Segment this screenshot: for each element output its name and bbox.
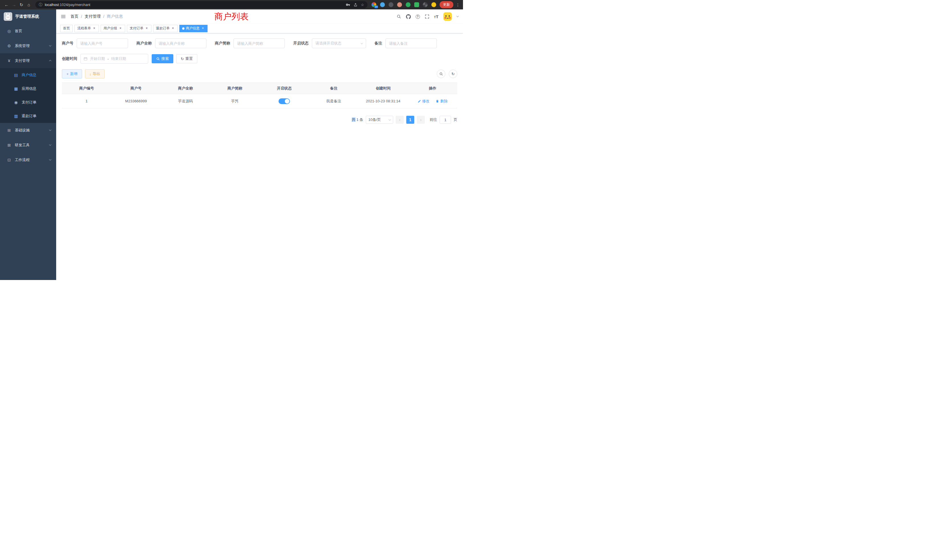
prev-page-button[interactable]: ‹ [396, 116, 404, 124]
delete-link[interactable]: 删除 [436, 98, 448, 104]
browser-reload-button[interactable]: ↻ [18, 2, 25, 8]
sidebar-item-merchant-info[interactable]: ▤ 商户信息 [0, 68, 56, 82]
short-name-input[interactable] [233, 38, 285, 48]
refresh-icon: ↻ [181, 57, 184, 61]
tab-merchant-info[interactable]: 商户信息 × [179, 25, 207, 32]
remark-input[interactable] [386, 38, 437, 48]
browser-chrome: ← → ↻ ⌂ ⓘ localhost :1024/pay/merchant ☆… [0, 0, 463, 9]
search-button[interactable]: 搜索 [152, 54, 173, 63]
extension-icon-8[interactable] [431, 2, 436, 7]
extension-icon-6[interactable] [414, 2, 419, 7]
page-number-1[interactable]: 1 [406, 116, 414, 124]
avatar-dropdown-caret-icon[interactable] [457, 15, 459, 17]
toggle-search-icon[interactable] [437, 70, 445, 78]
sidebar-item-system[interactable]: ⚙ 系统管理 [0, 38, 56, 53]
order-icon: ◉ [13, 100, 19, 104]
date-separator: - [107, 57, 109, 61]
help-icon[interactable]: ? [416, 15, 420, 19]
filter-form-row-2: 创建时间 开始日期 - 结束日期 搜索 [62, 54, 457, 64]
page-size-value: 10条/页 [368, 117, 381, 122]
sidebar-item-label: 系统管理 [15, 43, 30, 48]
next-page-button[interactable]: › [417, 116, 425, 124]
browser-back-button[interactable]: ← [3, 2, 10, 7]
status-select[interactable]: 请选择开启状态 [312, 38, 366, 48]
user-avatar[interactable] [443, 12, 452, 21]
cell-short-name: 芋艿 [210, 94, 259, 108]
tab-user-group[interactable]: 用户分组 × [101, 25, 125, 32]
page-info-icon[interactable]: ⓘ [39, 2, 42, 8]
close-icon[interactable]: × [119, 27, 122, 30]
extension-icon-7[interactable] [423, 2, 428, 7]
browser-menu-icon[interactable]: ⋮ [455, 3, 460, 7]
close-icon[interactable]: × [92, 27, 96, 30]
col-merchant-no: 商户号 [111, 83, 160, 94]
extension-icon-5[interactable] [406, 2, 410, 7]
tab-payment-orders[interactable]: 支付订单 × [127, 25, 151, 32]
export-button[interactable]: ↓ 导出 [85, 69, 105, 79]
tab-label: 流程表单 [77, 26, 91, 31]
delete-link-label: 删除 [440, 98, 448, 104]
close-icon[interactable]: × [201, 27, 205, 30]
share-icon[interactable] [354, 3, 357, 7]
sidebar-item-label: 支付订单 [22, 100, 36, 105]
sidebar-item-label: 退款订单 [22, 114, 36, 119]
edit-link[interactable]: 修改 [418, 98, 430, 104]
sidebar-item-dev-tools[interactable]: ⊠ 研发工具 [0, 138, 56, 153]
browser-forward-button[interactable]: → [10, 2, 18, 7]
sidebar: 芋道管理系统 ◎ 首页 ⚙ 系统管理 ¥ 支付管理 ▤ 商户信息 [0, 9, 56, 280]
sidebar-item-app-info[interactable]: ▦ 应用信息 [0, 82, 56, 95]
date-end-placeholder: 结束日期 [111, 56, 126, 61]
col-short-name: 商户简称 [210, 83, 259, 94]
breadcrumb-current: 商户信息 [107, 14, 123, 19]
sidebar-item-payment-orders[interactable]: ◉ 支付订单 [0, 95, 56, 109]
extension-icon-3[interactable] [389, 2, 393, 7]
pagination-total-prefix: 共 [352, 118, 356, 122]
breadcrumb-home[interactable]: 首页 [70, 14, 79, 19]
fullscreen-icon[interactable] [425, 14, 429, 19]
app-logo[interactable]: 芋道管理系统 [0, 9, 56, 24]
font-size-icon[interactable]: TT [434, 14, 439, 19]
close-icon[interactable]: × [145, 27, 148, 30]
tab-home[interactable]: 首页 [60, 25, 73, 32]
github-icon[interactable] [406, 14, 411, 19]
status-toggle[interactable] [278, 98, 290, 104]
page-size-select[interactable]: 10条/页 [366, 116, 393, 124]
sidebar-item-payment[interactable]: ¥ 支付管理 [0, 53, 56, 68]
pagination-total-count: 1 [356, 118, 359, 122]
search-icon[interactable] [396, 14, 401, 19]
extension-icon-1[interactable]: 10 [371, 2, 376, 7]
tab-label: 退款订单 [156, 26, 169, 31]
browser-update-button[interactable]: 更新 [440, 1, 453, 8]
short-name-label: 商户简称 [215, 41, 230, 46]
password-key-icon[interactable] [346, 3, 350, 7]
chevron-up-icon [49, 60, 51, 62]
merchant-name-input[interactable] [155, 38, 206, 48]
sidebar-item-home[interactable]: ◎ 首页 [0, 24, 56, 38]
close-icon[interactable]: × [171, 27, 175, 30]
merchant-no-input[interactable] [77, 38, 128, 48]
browser-home-button[interactable]: ⌂ [25, 2, 32, 7]
add-button[interactable]: + 新增 [62, 69, 82, 79]
tab-refund-orders[interactable]: 退款订单 × [153, 25, 178, 32]
url-host: localhost [45, 3, 59, 7]
goto-label: 前往 [430, 117, 437, 122]
sidebar-item-workflow[interactable]: ⊡ 工作流程 [0, 153, 56, 167]
reset-button[interactable]: ↻ 重置 [176, 54, 197, 63]
goto-page-input[interactable] [440, 116, 451, 124]
address-bar[interactable]: ⓘ localhost :1024/pay/merchant ☆ [35, 1, 368, 8]
create-time-range-picker[interactable]: 开始日期 - 结束日期 [80, 54, 148, 64]
browser-extensions: 10 [371, 2, 436, 7]
sidebar-item-refund-orders[interactable]: ▥ 退款订单 [0, 109, 56, 123]
breadcrumb-separator: / [103, 14, 104, 19]
sidebar-item-infrastructure[interactable]: ⊞ 基础设施 [0, 123, 56, 138]
url-path: :1024/pay/merchant [59, 3, 90, 7]
tab-process-form[interactable]: 流程表单 × [74, 25, 99, 32]
extension-icon-4[interactable] [397, 2, 402, 7]
pencil-icon [418, 100, 421, 103]
logo-rabbit-avatar [4, 12, 12, 21]
sidebar-toggle-icon[interactable] [61, 14, 66, 19]
refresh-table-icon[interactable]: ↻ [449, 70, 457, 78]
extension-icon-2[interactable] [380, 2, 385, 7]
breadcrumb-payment[interactable]: 支付管理 [85, 14, 101, 19]
bookmark-star-icon[interactable]: ☆ [361, 3, 364, 7]
